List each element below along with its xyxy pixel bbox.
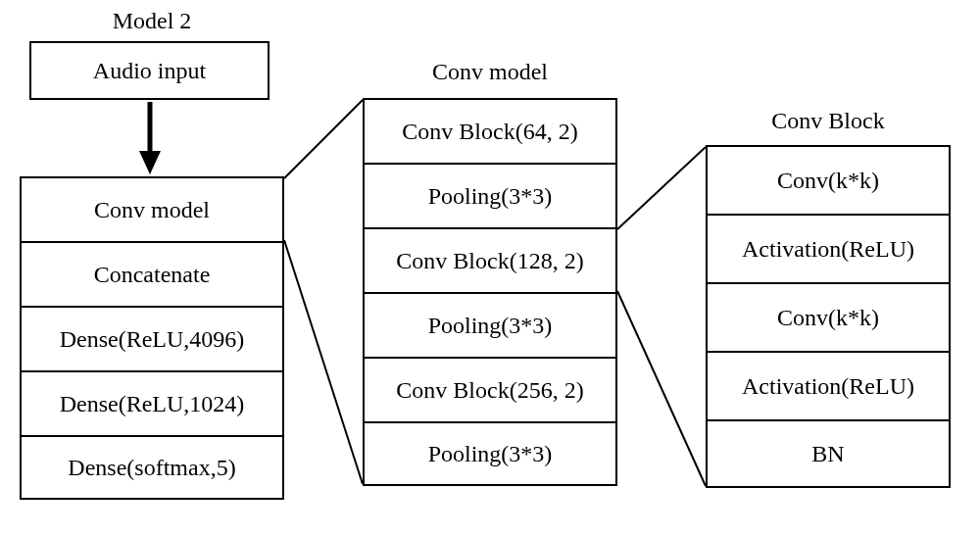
pooling-3: Pooling(3*3) bbox=[363, 421, 617, 486]
conv1: Conv(k*k) bbox=[706, 145, 951, 214]
conv-model-stack: Conv Block(64, 2) Pooling(3*3) Conv Bloc… bbox=[363, 98, 617, 486]
conv-block-128: Conv Block(128, 2) bbox=[363, 227, 617, 292]
pipeline-conv-model: Conv model bbox=[20, 176, 284, 241]
arrow-audio-to-conv bbox=[135, 100, 165, 178]
pipeline-dense2: Dense(ReLU,1024) bbox=[20, 370, 284, 435]
audio-input-box: Audio input bbox=[29, 41, 270, 100]
title-conv-model: Conv model bbox=[412, 59, 568, 85]
conv2: Conv(k*k) bbox=[706, 282, 951, 351]
pipeline-stack: Conv model Concatenate Dense(ReLU,4096) … bbox=[20, 176, 284, 500]
bn: BN bbox=[706, 419, 951, 488]
svg-line-4 bbox=[617, 147, 706, 229]
activation1: Activation(ReLU) bbox=[706, 214, 951, 282]
pipeline-dense1: Dense(ReLU,4096) bbox=[20, 306, 284, 370]
title-model2: Model 2 bbox=[93, 8, 211, 34]
pooling-1: Pooling(3*3) bbox=[363, 163, 617, 227]
conv-block-stack: Conv(k*k) Activation(ReLU) Conv(k*k) Act… bbox=[706, 145, 951, 488]
conv-block-256: Conv Block(256, 2) bbox=[363, 357, 617, 421]
pooling-2: Pooling(3*3) bbox=[363, 292, 617, 357]
pipeline-concatenate: Concatenate bbox=[20, 241, 284, 306]
title-conv-block: Conv Block bbox=[755, 108, 902, 134]
pipeline-dense3: Dense(softmax,5) bbox=[20, 435, 284, 500]
svg-line-2 bbox=[284, 100, 363, 178]
svg-line-5 bbox=[617, 291, 706, 486]
svg-line-3 bbox=[284, 240, 363, 484]
svg-marker-1 bbox=[139, 151, 161, 174]
conv-block-64: Conv Block(64, 2) bbox=[363, 98, 617, 163]
activation2: Activation(ReLU) bbox=[706, 351, 951, 419]
